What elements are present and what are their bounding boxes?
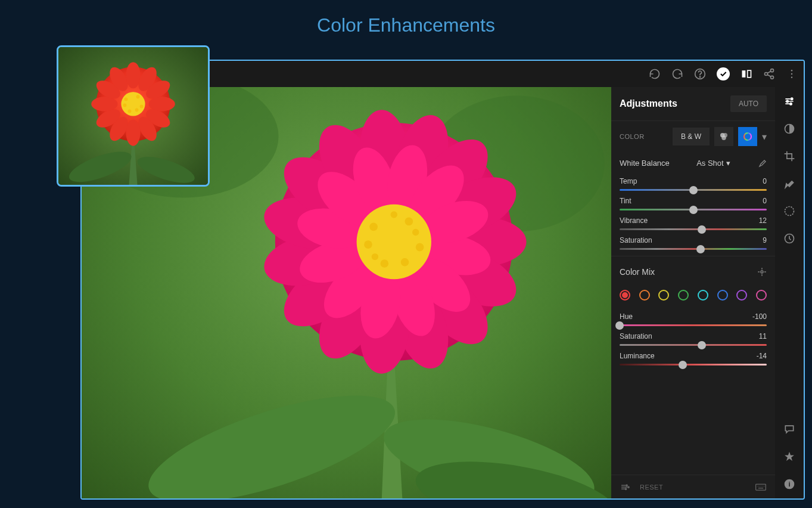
adjustments-tool-icon[interactable] — [782, 94, 797, 109]
slider-thumb[interactable] — [615, 321, 624, 330]
slider-thumb[interactable] — [698, 341, 706, 349]
slider-thumb[interactable] — [698, 225, 706, 234]
slider-value[interactable]: 12 — [759, 216, 767, 225]
slider-value[interactable]: 11 — [759, 332, 767, 340]
slider-value[interactable]: 0 — [763, 197, 767, 205]
slider-thumb[interactable] — [679, 361, 687, 369]
svg-point-32 — [791, 77, 793, 79]
mix-slider-hue: Hue-100 — [611, 309, 775, 329]
compare-icon[interactable] — [741, 68, 752, 80]
white-balance-label: White Balance — [620, 159, 670, 168]
svg-point-79 — [721, 136, 726, 141]
svg-point-76 — [372, 253, 378, 260]
slider-value[interactable]: 0 — [763, 177, 767, 185]
adj-slider-saturation: Saturation9 — [611, 233, 775, 252]
comments-icon[interactable] — [782, 422, 797, 436]
redo-icon[interactable] — [671, 68, 683, 80]
svg-point-29 — [771, 76, 774, 79]
svg-point-75 — [412, 229, 419, 236]
svg-point-19 — [140, 104, 144, 108]
svg-point-30 — [791, 70, 793, 72]
svg-point-13 — [126, 62, 140, 88]
before-thumbnail — [57, 45, 210, 187]
svg-point-82 — [626, 484, 627, 485]
color-mix-swatch-2[interactable] — [658, 290, 669, 301]
star-icon[interactable] — [782, 450, 797, 464]
target-adjustment-icon[interactable] — [757, 267, 767, 277]
eyedropper-icon[interactable] — [757, 158, 767, 168]
info-icon[interactable]: i — [782, 477, 797, 491]
slider-track[interactable] — [620, 248, 767, 250]
slider-label: Saturation — [620, 332, 652, 340]
svg-point-28 — [765, 73, 768, 76]
flower-before — [58, 47, 208, 185]
slider-thumb[interactable] — [689, 186, 698, 194]
bw-button[interactable]: B & W — [673, 128, 710, 145]
svg-point-17 — [124, 97, 127, 101]
color-mix-swatch-3[interactable] — [678, 290, 689, 301]
adj-slider-vibrance: Vibrance12 — [611, 213, 775, 233]
slider-track[interactable] — [620, 364, 767, 365]
slider-thumb[interactable] — [696, 245, 705, 253]
svg-point-71 — [380, 259, 388, 268]
svg-point-87 — [786, 100, 788, 102]
svg-point-83 — [628, 486, 629, 487]
slider-label: Vibrance — [620, 216, 648, 225]
adj-slider-tint: Tint0 — [611, 193, 775, 213]
slider-value[interactable]: -100 — [752, 312, 767, 321]
slider-track[interactable] — [620, 324, 767, 326]
cloud-status-icon[interactable] — [717, 67, 730, 80]
mix-slider-luminance: Luminance-14 — [611, 348, 775, 368]
mixer-icon[interactable] — [714, 127, 733, 146]
svg-point-68 — [369, 223, 378, 231]
slider-label: Tint — [620, 197, 631, 205]
share-icon[interactable] — [763, 68, 775, 80]
slider-track[interactable] — [620, 228, 767, 230]
versions-tool-icon[interactable] — [782, 231, 797, 246]
svg-point-72 — [401, 258, 409, 267]
slider-label: Luminance — [620, 352, 655, 360]
white-balance-dropdown[interactable]: As Shot ▾ — [696, 159, 730, 168]
undo-icon[interactable] — [649, 68, 661, 80]
color-mix-swatch-1[interactable] — [639, 290, 650, 301]
svg-point-73 — [364, 240, 372, 249]
svg-point-10 — [91, 97, 117, 111]
chevron-down-icon[interactable]: ▾ — [762, 131, 767, 143]
slider-track[interactable] — [620, 189, 767, 191]
keyboard-icon[interactable] — [755, 483, 767, 491]
auto-button[interactable]: AUTO — [730, 95, 767, 112]
slider-track[interactable] — [620, 344, 767, 346]
more-icon[interactable] — [786, 68, 798, 80]
color-mix-swatch-4[interactable] — [698, 290, 708, 301]
color-mix-swatch-6[interactable] — [736, 290, 747, 301]
svg-point-31 — [791, 73, 793, 75]
crop-tool-icon[interactable] — [782, 149, 797, 163]
slider-thumb[interactable] — [689, 206, 698, 214]
slider-label: Hue — [620, 312, 633, 321]
help-icon[interactable] — [694, 68, 706, 80]
adjustments-panel: Adjustments AUTO COLOR B & W ▾ White Bal… — [611, 87, 775, 498]
lens-blur-tool-icon[interactable] — [782, 204, 797, 218]
svg-point-22 — [123, 103, 126, 107]
svg-point-84 — [625, 488, 626, 489]
svg-point-27 — [771, 69, 774, 72]
svg-point-80 — [744, 133, 751, 140]
masking-tool-icon[interactable] — [782, 122, 797, 136]
color-mix-swatch-5[interactable] — [717, 290, 728, 301]
svg-point-74 — [391, 211, 397, 218]
healing-tool-icon[interactable] — [782, 176, 797, 191]
slider-value[interactable]: -14 — [757, 352, 767, 360]
color-mix-swatch-7[interactable] — [756, 290, 767, 301]
slider-track[interactable] — [620, 209, 767, 210]
svg-point-90 — [785, 207, 794, 216]
svg-point-24 — [699, 76, 700, 77]
svg-point-88 — [790, 103, 792, 105]
adj-slider-temp: Temp0 — [611, 174, 775, 193]
svg-point-86 — [791, 98, 793, 100]
color-grading-icon[interactable] — [738, 127, 757, 146]
slider-value[interactable]: 9 — [763, 236, 767, 244]
reset-button[interactable]: RESET — [640, 484, 663, 491]
previous-adjustments-icon[interactable] — [620, 482, 630, 492]
color-mix-label: Color Mix — [620, 267, 655, 277]
color-mix-swatch-0[interactable] — [620, 290, 630, 301]
